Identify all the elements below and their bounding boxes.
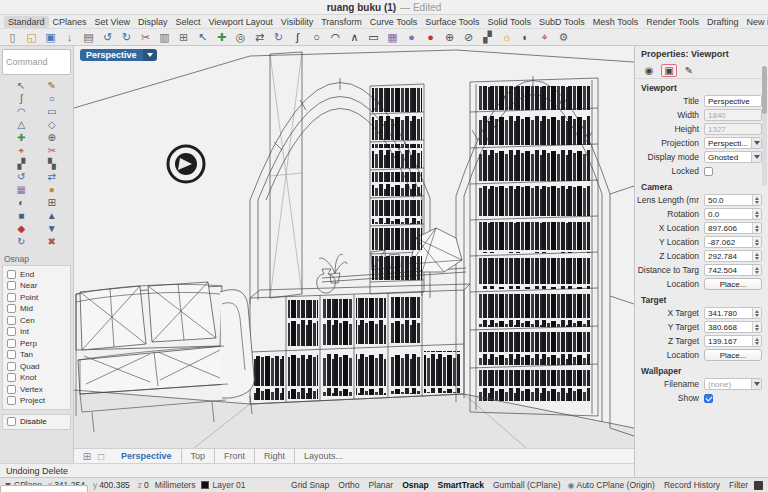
stepper-field[interactable]: 292.784 xyxy=(704,250,762,262)
toolbar-icon[interactable]: ↻ xyxy=(118,30,135,45)
checkbox-icon[interactable] xyxy=(7,417,16,426)
toolbar-icon[interactable]: ◎ xyxy=(232,30,249,45)
locked-checkbox[interactable] xyxy=(704,167,713,176)
viewport-tab[interactable]: Perspective xyxy=(112,449,181,463)
status-toggle[interactable]: Planar xyxy=(367,480,394,490)
active-layer[interactable]: Layer 01 xyxy=(201,480,245,490)
palette-tool-icon[interactable]: ▦ xyxy=(6,183,37,196)
palette-tool-icon[interactable]: ◠ xyxy=(6,105,37,118)
status-toggle[interactable]: SmartTrack xyxy=(436,480,484,490)
stepper-up-icon[interactable] xyxy=(755,239,759,242)
viewport-tab[interactable]: Right xyxy=(254,449,294,463)
stepper-down-icon[interactable] xyxy=(755,201,759,204)
target-place-button[interactable]: Place... xyxy=(704,349,762,361)
chevron-down-icon[interactable] xyxy=(751,138,761,148)
menu-tab[interactable]: Mesh Tools xyxy=(589,16,642,28)
stepper-down-icon[interactable] xyxy=(755,215,759,218)
toolbar-icon[interactable]: ✂ xyxy=(137,30,154,45)
checkbox-icon[interactable] xyxy=(7,304,16,313)
palette-tool-icon[interactable]: ▼ xyxy=(37,222,68,235)
toolbar-icon[interactable]: ▥ xyxy=(156,30,173,45)
osnap-disable-row[interactable]: Disable xyxy=(2,414,71,430)
menu-tab[interactable]: Render Tools xyxy=(642,16,703,28)
status-toggle[interactable]: Ortho xyxy=(336,480,359,490)
osnap-option[interactable]: Knot xyxy=(7,373,66,383)
palette-tool-icon[interactable]: ↺ xyxy=(6,170,37,183)
viewport-title-label[interactable]: Perspective xyxy=(80,49,143,61)
toolbar-icon[interactable]: ʃ xyxy=(289,30,306,45)
checkbox-icon[interactable] xyxy=(7,350,16,359)
palette-tool-icon[interactable]: ✎ xyxy=(37,79,68,92)
stepper-field[interactable]: 0.0 xyxy=(704,208,762,220)
stepper-field[interactable]: 380.668 xyxy=(704,321,762,333)
checkbox-icon[interactable] xyxy=(7,396,16,405)
stepper-up-icon[interactable] xyxy=(755,324,759,327)
osnap-option[interactable]: Vertex xyxy=(7,384,66,394)
stepper-buttons[interactable] xyxy=(752,237,761,247)
stepper-up-icon[interactable] xyxy=(755,225,759,228)
stepper-buttons[interactable] xyxy=(752,336,761,346)
toolbar-icon[interactable]: ▞ xyxy=(479,30,496,45)
checkbox-icon[interactable] xyxy=(7,373,16,382)
palette-tool-icon[interactable]: ▭ xyxy=(37,105,68,118)
palette-tool-icon[interactable]: ⇄ xyxy=(37,170,68,183)
toolbar-icon[interactable]: ◠ xyxy=(327,30,344,45)
stepper-down-icon[interactable] xyxy=(755,257,759,260)
toolbar-icon[interactable]: ⊞ xyxy=(175,30,192,45)
toolbar-icon[interactable]: ● xyxy=(403,30,420,45)
layer-color-swatch[interactable] xyxy=(201,481,209,489)
toolbar-icon[interactable]: ○ xyxy=(308,30,325,45)
palette-tool-icon[interactable]: ⊞ xyxy=(37,196,68,209)
stepper-down-icon[interactable] xyxy=(755,342,759,345)
stepper-buttons[interactable] xyxy=(752,308,761,318)
panel-scrollbar[interactable] xyxy=(762,66,767,186)
stepper-up-icon[interactable] xyxy=(755,253,759,256)
palette-tool-icon[interactable]: ⌖ xyxy=(6,144,37,157)
stepper-field[interactable]: 50.0 xyxy=(704,194,762,206)
osnap-option[interactable]: Near xyxy=(7,281,66,291)
toolbar-icon[interactable]: ☼ xyxy=(498,30,515,45)
stepper-buttons[interactable] xyxy=(752,265,761,275)
stepper-down-icon[interactable] xyxy=(755,314,759,317)
stepper-up-icon[interactable] xyxy=(755,211,759,214)
stepper-buttons[interactable] xyxy=(752,322,761,332)
osnap-option[interactable]: Point xyxy=(7,292,66,302)
viewport-title-button[interactable]: Perspective xyxy=(80,49,157,61)
toolbar-icon[interactable]: ▤ xyxy=(80,30,97,45)
viewport-canvas[interactable]: Perspective xyxy=(74,46,634,448)
toolbar-icon[interactable]: ⚙ xyxy=(555,30,572,45)
status-toggle[interactable]: Record History xyxy=(662,480,720,490)
stepper-buttons[interactable] xyxy=(752,223,761,233)
stepper-field[interactable]: 742.504 xyxy=(704,264,762,276)
osnap-option[interactable]: Quad xyxy=(7,361,66,371)
checkbox-icon[interactable] xyxy=(7,385,16,394)
menu-tab[interactable]: Viewport Layout xyxy=(204,16,276,28)
toolbar-icon[interactable]: ∧ xyxy=(346,30,363,45)
palette-tool-icon[interactable]: ✚ xyxy=(6,131,37,144)
menu-tab[interactable]: Transform xyxy=(317,16,366,28)
viewport-tab[interactable]: Top xyxy=(181,449,215,463)
palette-tool-icon[interactable]: ▞ xyxy=(6,157,37,170)
menu-tab[interactable]: Solid Tools xyxy=(484,16,535,28)
chevron-down-icon[interactable] xyxy=(751,152,761,162)
checkbox-icon[interactable] xyxy=(7,293,16,302)
chevron-down-icon[interactable] xyxy=(751,379,761,389)
palette-tool-icon[interactable]: ○ xyxy=(37,92,68,105)
toolbar-icon[interactable]: ✚ xyxy=(213,30,230,45)
toolbar-icon[interactable]: ⌖ xyxy=(536,30,553,45)
menu-tab[interactable]: Curve Tools xyxy=(366,16,421,28)
stepper-field[interactable]: -87.062 xyxy=(704,236,762,248)
osnap-option[interactable]: Perp xyxy=(7,338,66,348)
checkbox-icon[interactable] xyxy=(7,362,16,371)
palette-tool-icon[interactable]: ʃ xyxy=(6,92,37,105)
palette-tool-icon[interactable]: ◆ xyxy=(6,222,37,235)
palette-tool-icon[interactable]: ✂ xyxy=(37,144,68,157)
stepper-buttons[interactable] xyxy=(752,251,761,261)
osnap-option[interactable]: Cen xyxy=(7,315,66,325)
toolbar-icon[interactable]: ▦ xyxy=(384,30,401,45)
palette-tool-icon[interactable]: ◇ xyxy=(37,118,68,131)
palette-tool-icon[interactable]: ↻ xyxy=(6,235,37,248)
toolbar-icon[interactable]: ⇄ xyxy=(251,30,268,45)
toolbar-icon[interactable]: ◱ xyxy=(23,30,40,45)
viewport-title-input[interactable]: Perspective xyxy=(704,95,762,107)
